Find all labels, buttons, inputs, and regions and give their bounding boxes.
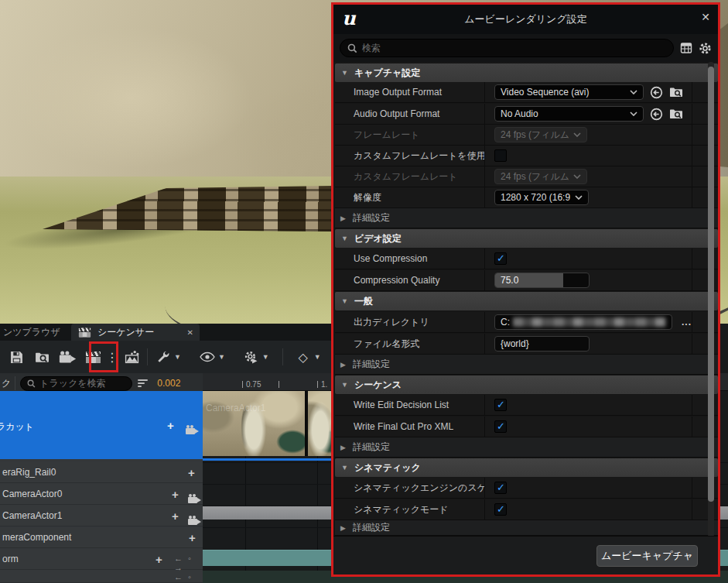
use-selected-icon[interactable] — [650, 108, 663, 121]
audio-output-format-dropdown[interactable]: No Audio — [494, 106, 644, 122]
triangle-down-icon: ▼ — [341, 235, 348, 242]
browse-to-asset-icon[interactable] — [669, 108, 683, 120]
track-search-input[interactable]: トラックを検索 — [20, 376, 132, 391]
write-fcp-xml-checkbox[interactable] — [494, 420, 507, 433]
sequencer-toolbar: ⋮ ▼ ▼ ▼ ◇ ▼ — [0, 341, 331, 373]
track-row-partial[interactable]: ← ◦ → — [0, 571, 203, 583]
property-row-resolution: 解像度 1280 x 720 (16:9) — [335, 187, 718, 208]
property-row-audio-output-format: Audio Output Format No Audio — [335, 104, 718, 125]
settings-search-input[interactable]: 検索 — [340, 39, 674, 57]
track-row-transform[interactable]: orm + ← ◦ → — [0, 549, 203, 570]
add-icon[interactable]: + — [189, 531, 196, 544]
shot-thumbnail[interactable] — [308, 391, 333, 456]
dialog-titlebar: u ムービーレンダリング設定 ✕ — [333, 5, 718, 34]
triangle-right-icon: ▶ — [340, 361, 346, 369]
advanced-general[interactable]: ▶ 詳細設定 — [335, 355, 718, 375]
clapperboard-icon — [79, 328, 91, 337]
add-icon[interactable]: + — [188, 466, 195, 479]
cinematic-mode-checkbox[interactable] — [494, 503, 507, 516]
detail-view-icon[interactable] — [680, 42, 692, 54]
browse-directory-button[interactable]: ... — [682, 317, 692, 328]
gear-play-icon — [241, 347, 261, 367]
dialog-scrollbar-thumb[interactable] — [708, 67, 714, 502]
property-label: シネマティックモード — [354, 503, 449, 516]
gear-icon[interactable] — [699, 42, 712, 55]
property-label: Write Final Cut Pro XML — [354, 421, 453, 432]
add-track-button-partial[interactable]: ク — [0, 376, 15, 390]
chevron-down-icon: ▼ — [218, 353, 225, 361]
add-icon[interactable]: + — [172, 488, 179, 501]
track-search-placeholder: トラックを検索 — [39, 377, 105, 390]
section-cinematic[interactable]: ▼ シネマティック — [335, 458, 718, 477]
use-selected-icon[interactable] — [650, 86, 663, 99]
current-time-value[interactable]: 0.002 — [157, 378, 180, 389]
advanced-capture[interactable]: ▶ 詳細設定 — [335, 208, 718, 228]
advanced-label: 詳細設定 — [353, 521, 390, 534]
advanced-cinematic-partial[interactable]: ▶ 詳細設定 — [335, 520, 718, 536]
view-options-menu[interactable]: ▼ — [197, 347, 225, 367]
track-row-cameraactor0[interactable]: CameraActor0 + — [0, 484, 203, 505]
advanced-sequence[interactable]: ▶ 詳細設定 — [335, 437, 718, 458]
search-icon — [347, 43, 357, 53]
write-edl-checkbox[interactable] — [494, 399, 507, 411]
section-title: シネマティック — [354, 461, 421, 475]
track-row-cameracomponent[interactable]: meraComponent + — [0, 527, 203, 548]
shot-thumbnail[interactable] — [203, 391, 306, 456]
section-title: ビデオ設定 — [354, 232, 402, 245]
keyframe-nav-icons[interactable]: ← ◦ → — [174, 554, 203, 572]
sequence-hierarchy-icon[interactable] — [121, 347, 142, 367]
section-general[interactable]: ▼ 一般 — [335, 292, 718, 310]
triangle-right-icon: ▶ — [340, 444, 346, 451]
chevron-down-icon — [573, 174, 581, 179]
use-compression-checkbox[interactable] — [494, 252, 507, 265]
compression-quality-spinbox[interactable]: 75.0 — [494, 273, 590, 288]
track-row-cameraactor1[interactable]: CameraActor1 + — [0, 506, 203, 526]
ruler-label: 0.75 — [246, 380, 261, 389]
property-label: Audio Output Format — [354, 108, 439, 119]
close-tab-icon[interactable]: ✕ — [187, 328, 193, 337]
section-sequence[interactable]: ▼ シーケンス — [335, 376, 718, 394]
tab-sequencer[interactable]: シーケンサー ✕ — [71, 324, 200, 341]
add-icon[interactable]: + — [156, 553, 162, 566]
camera-cuts-thumbnails[interactable] — [203, 391, 333, 456]
save-icon[interactable] — [6, 347, 26, 367]
track-label: meraComponent — [2, 532, 71, 543]
browse-to-asset-icon[interactable] — [669, 86, 683, 98]
actions-menu[interactable]: ▼ — [153, 347, 181, 367]
property-label: Write Edit Decision List — [354, 400, 449, 410]
chevron-down-icon — [575, 195, 583, 200]
section-video-settings[interactable]: ▼ ビデオ設定 — [335, 229, 718, 248]
property-row-output-directory: 出力ディレクトリ C: ... — [335, 312, 718, 333]
camera-cuts-track-row[interactable]: ラカット + — [0, 391, 203, 459]
ruler-tick — [242, 381, 243, 388]
property-label: Image Output Format — [354, 87, 442, 98]
section-capture-settings[interactable]: ▼ キャプチャ設定 — [335, 63, 718, 82]
tab-sequencer-label: シーケンサー — [97, 326, 154, 339]
resolution-dropdown[interactable]: 1280 x 720 (16:9) — [494, 190, 589, 205]
keyframe-nav-icons[interactable]: ← ◦ → — [174, 572, 203, 583]
ruler-label: 1. — [321, 380, 327, 389]
chevron-down-icon — [630, 90, 637, 94]
playback-options-menu[interactable]: ▼ — [241, 347, 269, 367]
add-icon[interactable]: + — [172, 509, 179, 523]
search-icon — [27, 379, 36, 388]
ruler-tick — [279, 381, 279, 388]
track-label: eraRig_Rail0 — [2, 467, 56, 478]
keyframe-options-menu[interactable]: ◇ ▼ — [293, 347, 321, 367]
add-icon[interactable]: + — [167, 419, 174, 432]
dialog-footer: ムービーキャプチャ — [333, 536, 718, 574]
filter-icon[interactable] — [138, 379, 148, 387]
filename-format-field[interactable]: {world} — [494, 336, 590, 352]
track-row-camerarig-rail[interactable]: eraRig_Rail0 + — [0, 462, 203, 483]
property-row-frame-rate: フレームレート 24 fps (フィルム) — [335, 125, 718, 146]
image-output-format-dropdown[interactable]: Video Sequence (avi) — [494, 84, 644, 100]
output-directory-field[interactable]: C: — [494, 314, 672, 330]
cinematic-scalability-checkbox[interactable] — [494, 482, 507, 494]
movie-capture-button[interactable]: ムービーキャプチャ — [596, 545, 698, 567]
close-icon[interactable]: ✕ — [701, 11, 710, 23]
use-custom-frame-rate-checkbox[interactable] — [494, 149, 507, 162]
tab-content-browser[interactable]: ンツブラウザ — [0, 324, 68, 341]
create-camera-icon[interactable] — [57, 347, 77, 367]
property-row-image-output-format: Image Output Format Video Sequence (avi) — [335, 82, 718, 103]
find-in-content-browser-icon[interactable] — [32, 347, 52, 367]
